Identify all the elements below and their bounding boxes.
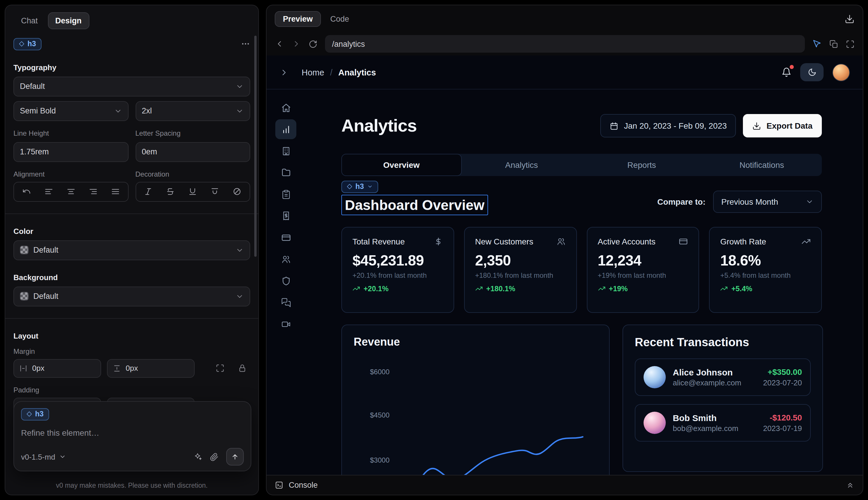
fullscreen-button[interactable] — [846, 39, 855, 48]
stat-title: New Customers — [475, 237, 533, 246]
chevron-right-icon — [279, 68, 289, 77]
folder-icon — [281, 168, 291, 178]
sidebar-item-security[interactable] — [275, 271, 296, 291]
attach-button[interactable] — [210, 452, 219, 461]
transaction-amount: -$120.50 — [763, 412, 802, 422]
color-select[interactable]: Default — [13, 240, 250, 260]
fullscreen-icon — [846, 39, 855, 48]
sidebar-item-organization[interactable] — [275, 141, 296, 161]
users-icon — [281, 254, 291, 264]
breadcrumb: Home / Analytics — [302, 68, 376, 77]
moon-icon — [808, 68, 816, 77]
compare-select[interactable]: Previous Month — [713, 190, 822, 213]
sidebar-item-video[interactable] — [275, 314, 296, 334]
section-heading-selected[interactable]: Dashboard Overview — [342, 194, 488, 215]
date-range-picker[interactable]: Jan 20, 2023 - Feb 09, 2023 — [600, 114, 736, 137]
tab-notifications[interactable]: Notifications — [702, 154, 822, 176]
console-expand-button[interactable] — [846, 481, 855, 489]
sidebar-item-billing[interactable] — [275, 206, 296, 226]
tab-chat[interactable]: Chat — [13, 12, 45, 29]
tab-reports[interactable]: Reports — [582, 154, 702, 176]
stat-subtext: +19% from last month — [598, 271, 688, 279]
export-data-button[interactable]: Export Data — [743, 114, 822, 137]
align-justify-button[interactable] — [105, 183, 125, 200]
download-button[interactable] — [845, 14, 855, 24]
align-center-button[interactable] — [61, 183, 81, 200]
sidebar-item-customers[interactable] — [275, 249, 296, 269]
url-input[interactable]: /analytics — [325, 35, 805, 53]
overline-button[interactable] — [205, 183, 225, 200]
chevron-down-icon — [235, 292, 244, 300]
bell-icon — [782, 67, 791, 77]
margin-lock-button[interactable] — [234, 360, 250, 376]
align-right-button[interactable] — [83, 183, 103, 200]
compare-value: Previous Month — [721, 197, 778, 206]
tab-analytics[interactable]: Analytics — [462, 154, 582, 176]
decoration-label: Decoration — [135, 170, 250, 178]
sidebar-item-projects[interactable] — [275, 162, 296, 182]
margin-x-input[interactable]: 0px — [13, 359, 101, 377]
shield-icon — [281, 276, 291, 286]
font-weight-select[interactable]: Semi Bold — [13, 101, 128, 121]
y-tick-6000: $6000 — [370, 367, 390, 375]
user-avatar[interactable] — [832, 64, 850, 81]
stat-value: 12,234 — [598, 252, 688, 269]
forward-button[interactable] — [292, 39, 301, 48]
transaction-row[interactable]: Bob Smith bob@example.com -$120.50 2023-… — [635, 404, 811, 441]
design-panel-scrollbar[interactable] — [254, 36, 257, 257]
avatar — [644, 411, 666, 434]
italic-button[interactable] — [138, 183, 158, 200]
transaction-row[interactable]: Alice Johnson alice@example.com +$350.00… — [635, 358, 811, 396]
transaction-email: bob@example.com — [673, 424, 756, 432]
margin-y-input[interactable]: 0px — [107, 359, 195, 377]
clear-decoration-button[interactable] — [227, 183, 247, 200]
console-label[interactable]: Console — [289, 481, 318, 489]
sidebar-item-tasks[interactable] — [275, 184, 296, 204]
undo-button[interactable] — [16, 183, 36, 200]
line-height-input[interactable]: 1.75rem — [13, 142, 128, 162]
refresh-button[interactable] — [309, 39, 317, 48]
send-button[interactable] — [226, 448, 244, 466]
tab-preview[interactable]: Preview — [275, 11, 321, 26]
refine-input[interactable]: Refine this element… — [21, 428, 244, 437]
align-left-button[interactable] — [38, 183, 58, 200]
dashboard-tabs: Overview Analytics Reports Notifications — [342, 154, 822, 176]
margin-label: Margin — [13, 347, 250, 355]
theme-toggle-button[interactable] — [800, 63, 824, 81]
selected-element-chip[interactable]: h3 — [13, 38, 41, 50]
strikethrough-button[interactable] — [160, 183, 180, 200]
back-button[interactable] — [275, 39, 284, 48]
sidebar-toggle-button[interactable] — [279, 68, 289, 77]
background-select[interactable]: Default — [13, 286, 250, 306]
duplicate-button[interactable] — [830, 39, 838, 48]
selection-overlay-chip[interactable]: h3 — [342, 181, 378, 193]
tab-code[interactable]: Code — [330, 14, 349, 23]
model-select[interactable]: v0-1.5-md — [21, 452, 66, 461]
sidebar-item-home[interactable] — [275, 98, 296, 117]
stat-title: Growth Rate — [720, 237, 766, 246]
tab-design[interactable]: Design — [48, 12, 89, 29]
sidebar-item-payments[interactable] — [275, 227, 296, 247]
font-size-select[interactable]: 2xl — [135, 101, 250, 121]
refine-element-chip[interactable]: h3 — [21, 408, 49, 420]
padding-label: Padding — [13, 386, 250, 394]
undo-icon — [22, 187, 31, 196]
credit-card-icon — [281, 232, 291, 242]
tab-overview[interactable]: Overview — [342, 154, 462, 176]
notifications-button[interactable] — [782, 67, 791, 77]
select-element-tool[interactable] — [812, 39, 822, 48]
letter-spacing-input[interactable]: 0em — [135, 142, 250, 162]
lock-icon — [238, 364, 246, 373]
margin-expand-button[interactable] — [211, 360, 228, 376]
font-select[interactable]: Default — [13, 76, 250, 96]
sidebar-item-analytics[interactable] — [275, 119, 296, 139]
breadcrumb-home[interactable]: Home — [302, 68, 324, 77]
browser-toolbar: /analytics — [267, 32, 863, 56]
breadcrumb-current: Analytics — [338, 68, 376, 77]
sidebar-item-messages[interactable] — [275, 292, 296, 312]
y-tick-3000: $3000 — [370, 456, 390, 464]
enhance-button[interactable] — [193, 452, 202, 462]
more-options-button[interactable] — [241, 39, 250, 49]
recent-transactions-card: Recent Transactions Alice Johnson alice@… — [623, 324, 823, 471]
underline-button[interactable] — [183, 183, 202, 200]
